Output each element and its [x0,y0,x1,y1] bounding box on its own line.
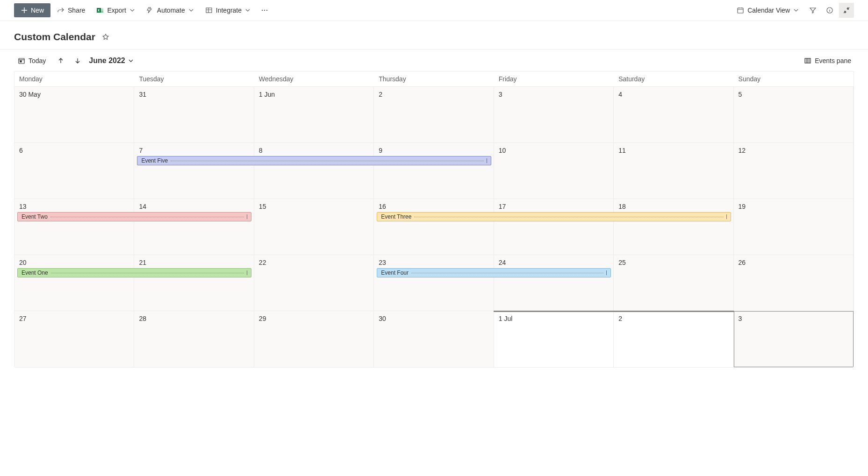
chevron-down-icon [188,7,194,13]
svg-rect-3 [101,11,103,12]
day-number: 9 [379,147,488,154]
day-number: 3 [739,315,848,322]
event-label: Event Five [141,157,168,164]
day-number: 8 [259,147,369,154]
day-cell[interactable]: 31 [134,87,254,142]
new-button[interactable]: New [14,3,50,17]
week-row: 20212223242526Event OneEvent Four [14,255,854,311]
export-label: Export [107,7,126,14]
day-cell[interactable]: 3 [734,311,854,367]
export-button[interactable]: Export [92,3,139,17]
dow-cell: Wednesday [254,71,374,86]
day-cell[interactable]: 24 [494,255,614,311]
day-cell[interactable]: 15 [254,199,374,255]
event-bar[interactable]: Event Two [17,212,251,221]
more-actions-button[interactable] [257,3,272,18]
event-bar[interactable]: Event Five [137,156,491,165]
filter-icon [809,7,817,14]
svg-rect-9 [738,8,743,13]
day-cell[interactable]: 1 Jun [254,87,374,142]
day-cell[interactable]: 10 [494,143,614,199]
month-picker[interactable]: June 2022 [89,57,133,65]
favorite-button[interactable] [100,31,111,43]
day-cell[interactable]: 4 [614,87,733,142]
day-cell[interactable]: 30 May [14,87,134,142]
pane-icon [804,57,811,64]
collapse-button[interactable] [839,3,854,18]
info-button[interactable] [822,3,837,18]
day-cell[interactable]: 2 [614,311,733,367]
day-cell[interactable]: 20 [14,255,134,311]
calendar-controls: Today June 2022 Events pane [0,50,868,71]
day-number: 17 [499,203,609,210]
arrow-down-icon [74,57,81,64]
automate-button[interactable]: Automate [142,3,199,17]
svg-rect-1 [101,8,103,9]
event-endcap [606,270,607,275]
day-cell[interactable]: 19 [734,199,854,255]
event-dotline [411,273,603,273]
day-cell[interactable]: 14 [134,199,254,255]
day-cell[interactable]: 26 [734,255,854,311]
day-number: 24 [499,259,609,266]
event-dotline [414,217,723,217]
day-cell[interactable]: 17 [494,199,614,255]
day-number: 12 [739,147,848,154]
day-cell[interactable]: 11 [614,143,733,199]
day-cell[interactable]: 28 [134,311,254,367]
chevron-down-icon [793,7,799,13]
day-cell[interactable]: 12 [734,143,854,199]
day-cell[interactable]: 23 [374,255,494,311]
collapse-icon [843,7,850,14]
today-button[interactable]: Today [14,55,50,66]
day-cell[interactable]: 16 [374,199,494,255]
automate-icon [146,7,154,14]
day-number: 21 [139,259,249,266]
event-bar[interactable]: Event Three [377,212,731,221]
day-cell[interactable]: 22 [254,255,374,311]
day-cell[interactable]: 6 [14,143,134,199]
integrate-label: Integrate [216,7,242,14]
day-number: 2 [379,91,488,98]
event-dotline [171,161,484,161]
day-cell[interactable]: 30 [374,311,494,367]
day-cell[interactable]: 25 [614,255,733,311]
day-cell[interactable]: 9 [374,143,494,199]
dow-cell: Sunday [734,71,854,86]
prev-month-button[interactable] [55,55,66,66]
day-number: 13 [19,203,129,210]
day-number: 28 [139,315,249,322]
day-number: 16 [379,203,488,210]
dow-cell: Monday [14,71,134,86]
dow-cell: Thursday [374,71,494,86]
event-dotline [50,217,244,217]
event-bar[interactable]: Event One [17,268,251,277]
integrate-button[interactable]: Integrate [201,3,255,17]
day-number: 10 [499,147,609,154]
day-cell[interactable]: 3 [494,87,614,142]
day-cell[interactable]: 5 [734,87,854,142]
events-pane-button[interactable]: Events pane [801,55,854,66]
arrow-up-icon [57,57,65,64]
view-switcher[interactable]: Calendar View [732,3,803,17]
day-cell[interactable]: 29 [254,311,374,367]
filter-button[interactable] [805,3,820,18]
day-cell[interactable]: 7 [134,143,254,199]
day-cell[interactable]: 21 [134,255,254,311]
day-cell[interactable]: 18 [614,199,733,255]
day-number: 26 [739,259,848,266]
day-cell[interactable]: 2 [374,87,494,142]
day-cell[interactable]: 27 [14,311,134,367]
day-number: 25 [618,259,728,266]
event-bar[interactable]: Event Four [377,268,611,277]
day-number: 2 [618,315,728,322]
day-cell[interactable]: 13 [14,199,134,255]
share-button[interactable]: Share [52,3,90,17]
day-number: 19 [739,203,848,210]
day-number: 11 [618,147,728,154]
day-cell[interactable]: 8 [254,143,374,199]
next-month-button[interactable] [72,55,83,66]
day-cell[interactable]: 1 Jul [494,311,614,367]
day-number: 5 [739,91,848,98]
month-label-text: June 2022 [89,57,125,65]
